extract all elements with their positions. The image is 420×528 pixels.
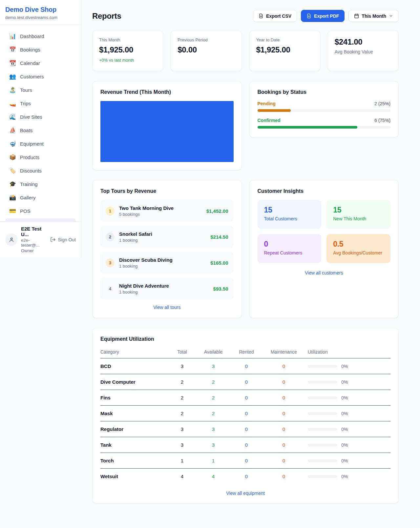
page-title: Reports bbox=[92, 11, 121, 21]
tile-label: Avg Bookings/Customer bbox=[333, 250, 384, 255]
revenue-trend-chart bbox=[100, 101, 234, 162]
table-row: Regulator 3 3 0 0 0% bbox=[100, 421, 390, 437]
sidebar-item-equipment[interactable]: 🤿 Equipment bbox=[5, 137, 76, 151]
avatar bbox=[5, 234, 18, 246]
status-head: Pending 2 (25%) bbox=[258, 101, 391, 106]
tile-value: 0 bbox=[264, 240, 315, 249]
tour-meta: Discover Scuba Diving 1 booking bbox=[119, 257, 206, 269]
cell-total: 3 bbox=[167, 437, 197, 453]
status-count-pending: 2 (25%) bbox=[374, 101, 390, 106]
sidebar-item-customers[interactable]: 👥 Customers bbox=[5, 70, 76, 83]
cell-total: 2 bbox=[167, 390, 197, 406]
cell-category: Regulator bbox=[100, 421, 167, 437]
cell-utilization: 0% bbox=[308, 458, 390, 463]
table-row: BCD 3 3 0 0 0% bbox=[100, 358, 390, 374]
equipment-table-header: Category Total Available Rented Maintena… bbox=[100, 347, 390, 358]
cell-utilization: 0% bbox=[308, 442, 390, 448]
table-row: Tank 3 3 0 0 0% bbox=[100, 437, 390, 453]
tour-bookings: 1 booking bbox=[119, 290, 209, 294]
tour-meta: Two Tank Morning Dive 5 bookings bbox=[119, 205, 202, 217]
customer-insights-card: Customer Insights 15 Total Customers 15 … bbox=[249, 180, 399, 318]
tour-row: 4 Night Dive Adventure 1 booking $93.50 bbox=[100, 278, 234, 299]
col-header-available: Available bbox=[197, 347, 230, 358]
cell-category: Dive Computer bbox=[100, 374, 167, 390]
sidebar-item-label: Dashboard bbox=[20, 33, 44, 39]
stat-card-this-month: This Month $1,925.00 +0% vs last month bbox=[92, 30, 163, 71]
export-pdf-button[interactable]: Export PDF bbox=[301, 10, 345, 22]
cell-utilization: 0% bbox=[308, 474, 390, 479]
rank-badge: 4 bbox=[106, 284, 115, 293]
cell-available: 1 bbox=[197, 453, 230, 469]
tour-name: Snorkel Safari bbox=[119, 231, 206, 237]
cell-available: 2 bbox=[197, 406, 230, 421]
bookings-calendar-icon: 📅 bbox=[9, 46, 16, 53]
sidebar-item-label: Discounts bbox=[20, 168, 42, 173]
period-selector[interactable]: This Month bbox=[348, 10, 399, 22]
tile-value: 0.5 bbox=[333, 240, 384, 249]
user-info: E2E Test U... e2e-tester@... Owner bbox=[21, 226, 47, 253]
sidebar-item-training[interactable]: 🎓 Training bbox=[5, 177, 76, 191]
sidebar-item-tours[interactable]: 🏝️ Tours bbox=[5, 83, 76, 97]
cell-total: 2 bbox=[167, 374, 197, 390]
sidebar-item-gallery[interactable]: 📸 Gallery bbox=[5, 191, 76, 204]
sidebar-item-dive-sites[interactable]: 🌊 Dive Sites bbox=[5, 110, 76, 124]
utilization-bar-track bbox=[308, 412, 337, 415]
sidebar-item-dashboard[interactable]: 📊 Dashboard bbox=[5, 30, 76, 43]
cell-rented: 0 bbox=[230, 374, 263, 390]
tile-label: New This Month bbox=[333, 216, 384, 221]
tour-name: Two Tank Morning Dive bbox=[119, 205, 202, 211]
sidebar-item-bookings[interactable]: 📅 Bookings bbox=[5, 43, 76, 56]
cell-available: 3 bbox=[197, 437, 230, 453]
tour-revenue: $1,452.00 bbox=[206, 208, 228, 214]
sidebar-item-products[interactable]: 📦 Products bbox=[5, 151, 76, 164]
cell-rented: 0 bbox=[230, 453, 263, 469]
tour-row: 1 Two Tank Morning Dive 5 bookings $1,45… bbox=[100, 200, 234, 222]
utilization-bar-track bbox=[308, 365, 337, 368]
sidebar-item-calendar[interactable]: 📆 Calendar bbox=[5, 56, 76, 70]
sidebar-item-discounts[interactable]: 🏷️ Discounts bbox=[5, 164, 76, 177]
col-header-maintenance: Maintenance bbox=[263, 347, 304, 358]
products-package-icon: 📦 bbox=[9, 154, 16, 161]
sidebar-item-label: Equipment bbox=[20, 141, 44, 147]
cell-rented: 0 bbox=[230, 437, 263, 453]
export-csv-label: Export CSV bbox=[266, 13, 291, 19]
utilization-bar-track bbox=[308, 444, 337, 446]
status-count-confirmed: 6 (75%) bbox=[374, 118, 390, 123]
sidebar-item-label: Customers bbox=[20, 74, 44, 79]
sign-out-button[interactable]: Sign Out bbox=[50, 237, 76, 242]
cell-maintenance: 0 bbox=[263, 406, 304, 421]
sign-out-icon bbox=[50, 237, 56, 242]
utilization-bar-track bbox=[308, 396, 337, 399]
view-all-customers-link[interactable]: View all customers bbox=[258, 270, 391, 275]
table-row: Mask 2 2 0 0 0% bbox=[100, 406, 390, 421]
cell-total: 3 bbox=[167, 421, 197, 437]
status-row-confirmed: Confirmed 6 (75%) bbox=[258, 118, 391, 129]
brand-domain: demo.test.divestreams.com bbox=[5, 15, 76, 20]
tour-revenue: $93.50 bbox=[213, 286, 228, 292]
sidebar: Demo Dive Shop demo.test.divestreams.com… bbox=[0, 0, 81, 258]
tile-label: Repeat Customers bbox=[264, 250, 315, 255]
status-bar-track bbox=[258, 109, 391, 112]
cell-maintenance: 0 bbox=[263, 437, 304, 453]
utilization-percent: 0% bbox=[341, 364, 348, 369]
utilization-percent: 0% bbox=[341, 474, 348, 479]
sidebar-item-pos[interactable]: 💳 POS bbox=[5, 204, 76, 218]
cell-maintenance: 0 bbox=[263, 453, 304, 469]
status-bar-track bbox=[258, 126, 391, 129]
cell-rented: 0 bbox=[230, 421, 263, 437]
cell-available: 2 bbox=[197, 390, 230, 406]
export-csv-button[interactable]: Export CSV bbox=[253, 10, 297, 22]
cell-maintenance: 0 bbox=[263, 374, 304, 390]
charts-row: Revenue Trend (This Month) Bookings by S… bbox=[92, 81, 399, 170]
tour-name: Discover Scuba Diving bbox=[119, 257, 206, 263]
sidebar-item-label: Bookings bbox=[20, 47, 40, 52]
cell-category: BCD bbox=[100, 358, 167, 374]
sidebar-item-boats[interactable]: ⛵ Boats bbox=[5, 124, 76, 137]
cell-available: 2 bbox=[197, 374, 230, 390]
sidebar-item-trips[interactable]: 🚤 Trips bbox=[5, 97, 76, 110]
tile-repeat-customers: 0 Repeat Customers bbox=[258, 234, 322, 263]
view-all-equipment-link[interactable]: View all equipment bbox=[100, 491, 390, 496]
person-icon bbox=[9, 237, 14, 243]
sidebar-item-reports-active-partial[interactable] bbox=[5, 218, 76, 221]
view-all-tours-link[interactable]: View all tours bbox=[100, 305, 234, 310]
